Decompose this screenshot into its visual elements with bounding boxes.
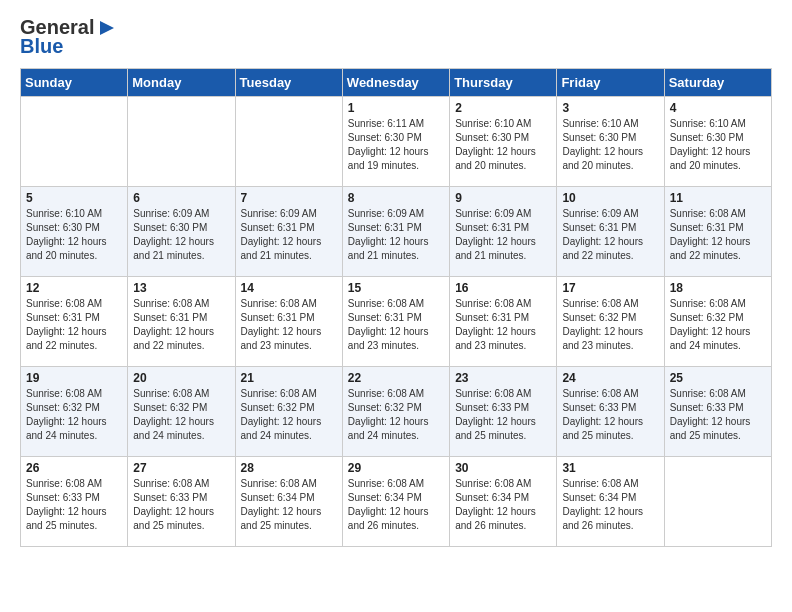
day-number: 18 — [670, 281, 766, 295]
logo-arrow-icon — [96, 17, 118, 39]
calendar-table: SundayMondayTuesdayWednesdayThursdayFrid… — [20, 68, 772, 547]
day-info: Sunrise: 6:08 AM Sunset: 6:31 PM Dayligh… — [348, 297, 444, 353]
day-number: 28 — [241, 461, 337, 475]
logo: General Blue — [20, 16, 118, 58]
day-number: 27 — [133, 461, 229, 475]
calendar-cell — [128, 97, 235, 187]
weekday-header: Sunday — [21, 69, 128, 97]
day-number: 31 — [562, 461, 658, 475]
day-info: Sunrise: 6:08 AM Sunset: 6:33 PM Dayligh… — [26, 477, 122, 533]
calendar-cell: 23Sunrise: 6:08 AM Sunset: 6:33 PM Dayli… — [450, 367, 557, 457]
day-number: 12 — [26, 281, 122, 295]
day-info: Sunrise: 6:08 AM Sunset: 6:32 PM Dayligh… — [133, 387, 229, 443]
day-number: 16 — [455, 281, 551, 295]
calendar-cell: 24Sunrise: 6:08 AM Sunset: 6:33 PM Dayli… — [557, 367, 664, 457]
day-info: Sunrise: 6:08 AM Sunset: 6:32 PM Dayligh… — [348, 387, 444, 443]
day-info: Sunrise: 6:09 AM Sunset: 6:31 PM Dayligh… — [348, 207, 444, 263]
day-number: 22 — [348, 371, 444, 385]
calendar-cell: 15Sunrise: 6:08 AM Sunset: 6:31 PM Dayli… — [342, 277, 449, 367]
day-info: Sunrise: 6:09 AM Sunset: 6:30 PM Dayligh… — [133, 207, 229, 263]
week-row: 19Sunrise: 6:08 AM Sunset: 6:32 PM Dayli… — [21, 367, 772, 457]
day-info: Sunrise: 6:08 AM Sunset: 6:33 PM Dayligh… — [562, 387, 658, 443]
calendar-cell: 31Sunrise: 6:08 AM Sunset: 6:34 PM Dayli… — [557, 457, 664, 547]
calendar-cell: 21Sunrise: 6:08 AM Sunset: 6:32 PM Dayli… — [235, 367, 342, 457]
day-number: 3 — [562, 101, 658, 115]
calendar-cell: 29Sunrise: 6:08 AM Sunset: 6:34 PM Dayli… — [342, 457, 449, 547]
day-number: 15 — [348, 281, 444, 295]
day-info: Sunrise: 6:08 AM Sunset: 6:31 PM Dayligh… — [26, 297, 122, 353]
day-number: 19 — [26, 371, 122, 385]
calendar-cell: 4Sunrise: 6:10 AM Sunset: 6:30 PM Daylig… — [664, 97, 771, 187]
calendar-cell: 10Sunrise: 6:09 AM Sunset: 6:31 PM Dayli… — [557, 187, 664, 277]
calendar-cell: 19Sunrise: 6:08 AM Sunset: 6:32 PM Dayli… — [21, 367, 128, 457]
day-number: 30 — [455, 461, 551, 475]
day-info: Sunrise: 6:10 AM Sunset: 6:30 PM Dayligh… — [670, 117, 766, 173]
day-info: Sunrise: 6:08 AM Sunset: 6:31 PM Dayligh… — [670, 207, 766, 263]
calendar-cell: 12Sunrise: 6:08 AM Sunset: 6:31 PM Dayli… — [21, 277, 128, 367]
calendar-cell: 3Sunrise: 6:10 AM Sunset: 6:30 PM Daylig… — [557, 97, 664, 187]
day-number: 14 — [241, 281, 337, 295]
day-info: Sunrise: 6:09 AM Sunset: 6:31 PM Dayligh… — [455, 207, 551, 263]
calendar-cell: 17Sunrise: 6:08 AM Sunset: 6:32 PM Dayli… — [557, 277, 664, 367]
day-info: Sunrise: 6:09 AM Sunset: 6:31 PM Dayligh… — [241, 207, 337, 263]
day-info: Sunrise: 6:08 AM Sunset: 6:34 PM Dayligh… — [348, 477, 444, 533]
calendar-cell — [21, 97, 128, 187]
svg-marker-0 — [100, 21, 114, 35]
day-info: Sunrise: 6:10 AM Sunset: 6:30 PM Dayligh… — [26, 207, 122, 263]
day-info: Sunrise: 6:08 AM Sunset: 6:32 PM Dayligh… — [670, 297, 766, 353]
calendar-cell — [235, 97, 342, 187]
week-row: 26Sunrise: 6:08 AM Sunset: 6:33 PM Dayli… — [21, 457, 772, 547]
calendar-cell: 2Sunrise: 6:10 AM Sunset: 6:30 PM Daylig… — [450, 97, 557, 187]
day-info: Sunrise: 6:08 AM Sunset: 6:32 PM Dayligh… — [241, 387, 337, 443]
day-number: 10 — [562, 191, 658, 205]
calendar-cell: 1Sunrise: 6:11 AM Sunset: 6:30 PM Daylig… — [342, 97, 449, 187]
day-info: Sunrise: 6:08 AM Sunset: 6:33 PM Dayligh… — [133, 477, 229, 533]
day-info: Sunrise: 6:08 AM Sunset: 6:34 PM Dayligh… — [241, 477, 337, 533]
calendar-cell: 8Sunrise: 6:09 AM Sunset: 6:31 PM Daylig… — [342, 187, 449, 277]
weekday-header: Thursday — [450, 69, 557, 97]
calendar-cell: 9Sunrise: 6:09 AM Sunset: 6:31 PM Daylig… — [450, 187, 557, 277]
page: General Blue SundayMondayTuesdayWednesda… — [0, 0, 792, 563]
day-info: Sunrise: 6:10 AM Sunset: 6:30 PM Dayligh… — [562, 117, 658, 173]
calendar-cell: 14Sunrise: 6:08 AM Sunset: 6:31 PM Dayli… — [235, 277, 342, 367]
day-number: 4 — [670, 101, 766, 115]
calendar-header: SundayMondayTuesdayWednesdayThursdayFrid… — [21, 69, 772, 97]
calendar-cell: 27Sunrise: 6:08 AM Sunset: 6:33 PM Dayli… — [128, 457, 235, 547]
day-number: 2 — [455, 101, 551, 115]
day-info: Sunrise: 6:09 AM Sunset: 6:31 PM Dayligh… — [562, 207, 658, 263]
day-number: 21 — [241, 371, 337, 385]
day-info: Sunrise: 6:11 AM Sunset: 6:30 PM Dayligh… — [348, 117, 444, 173]
day-info: Sunrise: 6:08 AM Sunset: 6:31 PM Dayligh… — [133, 297, 229, 353]
weekday-header: Tuesday — [235, 69, 342, 97]
day-number: 8 — [348, 191, 444, 205]
day-number: 17 — [562, 281, 658, 295]
day-number: 23 — [455, 371, 551, 385]
calendar-cell: 16Sunrise: 6:08 AM Sunset: 6:31 PM Dayli… — [450, 277, 557, 367]
week-row: 1Sunrise: 6:11 AM Sunset: 6:30 PM Daylig… — [21, 97, 772, 187]
day-number: 29 — [348, 461, 444, 475]
calendar-cell: 22Sunrise: 6:08 AM Sunset: 6:32 PM Dayli… — [342, 367, 449, 457]
weekday-header: Friday — [557, 69, 664, 97]
header: General Blue — [20, 16, 772, 58]
week-row: 12Sunrise: 6:08 AM Sunset: 6:31 PM Dayli… — [21, 277, 772, 367]
weekday-header: Monday — [128, 69, 235, 97]
calendar-cell: 11Sunrise: 6:08 AM Sunset: 6:31 PM Dayli… — [664, 187, 771, 277]
weekday-header: Wednesday — [342, 69, 449, 97]
day-info: Sunrise: 6:10 AM Sunset: 6:30 PM Dayligh… — [455, 117, 551, 173]
calendar-cell: 30Sunrise: 6:08 AM Sunset: 6:34 PM Dayli… — [450, 457, 557, 547]
weekday-header: Saturday — [664, 69, 771, 97]
day-number: 25 — [670, 371, 766, 385]
day-number: 9 — [455, 191, 551, 205]
day-number: 6 — [133, 191, 229, 205]
calendar-cell — [664, 457, 771, 547]
day-number: 24 — [562, 371, 658, 385]
calendar-cell: 7Sunrise: 6:09 AM Sunset: 6:31 PM Daylig… — [235, 187, 342, 277]
day-info: Sunrise: 6:08 AM Sunset: 6:32 PM Dayligh… — [562, 297, 658, 353]
week-row: 5Sunrise: 6:10 AM Sunset: 6:30 PM Daylig… — [21, 187, 772, 277]
day-number: 11 — [670, 191, 766, 205]
day-number: 5 — [26, 191, 122, 205]
day-number: 7 — [241, 191, 337, 205]
calendar-cell: 20Sunrise: 6:08 AM Sunset: 6:32 PM Dayli… — [128, 367, 235, 457]
calendar-body: 1Sunrise: 6:11 AM Sunset: 6:30 PM Daylig… — [21, 97, 772, 547]
calendar-cell: 28Sunrise: 6:08 AM Sunset: 6:34 PM Dayli… — [235, 457, 342, 547]
